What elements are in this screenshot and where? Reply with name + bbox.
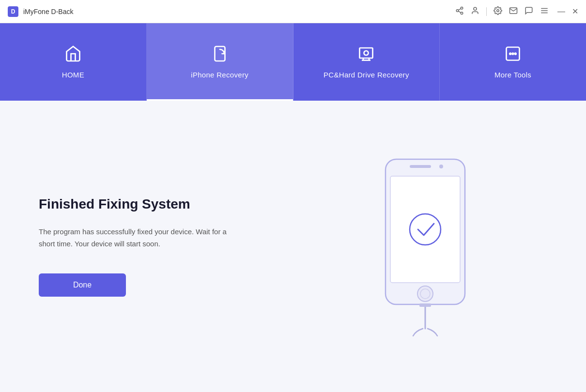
done-button[interactable]: Done — [39, 273, 126, 297]
nav-label-iphone-recovery: iPhone Recovery — [191, 71, 248, 79]
svg-point-23 — [439, 165, 443, 168]
svg-point-1 — [456, 9, 459, 12]
titlebar: D iMyFone D-Back — [0, 0, 586, 23]
nav-item-more-tools[interactable]: More Tools — [440, 23, 586, 101]
svg-point-18 — [512, 53, 514, 55]
svg-point-2 — [461, 12, 463, 15]
navbar: HOME iPhone Recovery PC&Hard Drive Recov… — [0, 23, 586, 101]
main-description: The program has successfully fixed your … — [39, 226, 242, 250]
mail-icon[interactable] — [509, 6, 518, 17]
svg-point-19 — [515, 53, 516, 55]
chat-icon[interactable] — [524, 6, 533, 17]
titlebar-right: — ✕ — [455, 6, 578, 17]
close-button[interactable]: ✕ — [572, 8, 578, 15]
settings-icon[interactable] — [493, 6, 502, 17]
svg-point-6 — [497, 9, 499, 12]
svg-point-17 — [509, 53, 511, 55]
nav-label-pc-recovery: PC&Hard Drive Recovery — [324, 71, 409, 79]
nav-item-pc-recovery[interactable]: PC&Hard Drive Recovery — [293, 23, 440, 101]
iphone-recovery-icon — [211, 45, 229, 65]
svg-point-25 — [417, 286, 433, 302]
home-icon — [64, 45, 82, 65]
main-heading: Finished Fixing System — [39, 196, 283, 212]
window-controls: — ✕ — [557, 8, 578, 15]
nav-item-home[interactable]: HOME — [0, 23, 147, 101]
nav-label-more-tools: More Tools — [494, 71, 531, 79]
svg-point-0 — [461, 7, 463, 9]
svg-line-3 — [458, 11, 461, 13]
phone-svg — [372, 154, 478, 338]
svg-line-4 — [458, 8, 461, 10]
more-tools-icon — [504, 45, 522, 65]
svg-rect-21 — [390, 176, 460, 283]
svg-point-5 — [474, 7, 477, 10]
pc-recovery-icon — [357, 45, 375, 65]
app-title: iMyFone D-Back — [23, 8, 73, 15]
share-icon[interactable] — [455, 6, 464, 17]
main-content: Finished Fixing System The program has s… — [0, 101, 586, 392]
user-icon[interactable] — [471, 6, 479, 17]
titlebar-separator — [486, 7, 487, 16]
nav-label-home: HOME — [62, 71, 84, 79]
app-logo: D — [8, 6, 18, 17]
svg-point-12 — [364, 51, 369, 55]
content-left: Finished Fixing System The program has s… — [39, 196, 283, 297]
menu-icon[interactable] — [540, 6, 549, 17]
svg-rect-22 — [410, 165, 431, 168]
phone-illustration — [303, 154, 547, 338]
logo-letter: D — [11, 8, 15, 15]
titlebar-left: D iMyFone D-Back — [8, 6, 73, 17]
minimize-button[interactable]: — — [557, 8, 565, 15]
nav-item-iphone-recovery[interactable]: iPhone Recovery — [147, 23, 293, 101]
svg-rect-28 — [419, 303, 431, 307]
svg-rect-11 — [360, 48, 373, 58]
